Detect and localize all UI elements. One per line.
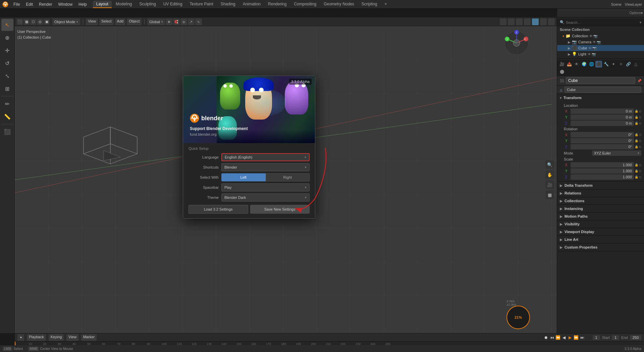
- render-icon[interactable]: ▦: [545, 190, 554, 199]
- camera-render-icon[interactable]: 📷: [597, 40, 601, 44]
- mode-icon4[interactable]: ◎: [37, 19, 43, 25]
- location-y-anim[interactable]: ◇: [639, 116, 641, 119]
- keying-menu[interactable]: Keying: [49, 334, 64, 341]
- location-x-anim[interactable]: ◇: [639, 109, 641, 113]
- outliner-camera[interactable]: ▶ 📷 Camera 👁 📷: [557, 39, 644, 45]
- collections-header[interactable]: ▶ Collections: [557, 197, 644, 205]
- prop-icon-output[interactable]: 📤: [566, 61, 573, 68]
- prop-icon-material[interactable]: ⬤: [558, 68, 565, 75]
- select-menu[interactable]: Select: [99, 18, 114, 25]
- outliner-collection[interactable]: ▾ 📁 Collection 👁 📷: [557, 33, 644, 39]
- play-forward[interactable]: ▶: [568, 335, 573, 340]
- menu-window[interactable]: Window: [55, 1, 75, 7]
- mode-icon5[interactable]: ▣: [44, 19, 50, 25]
- tool-select[interactable]: ↖: [1, 19, 13, 31]
- menu-file[interactable]: File: [11, 1, 22, 7]
- motion-paths-header[interactable]: ▶ Motion Paths: [557, 213, 644, 220]
- prop-icon-physics[interactable]: ⚛: [618, 61, 624, 68]
- scale-z-anim[interactable]: ◇: [639, 175, 641, 179]
- tab-geometry-nodes[interactable]: Geometry Nodes: [320, 1, 358, 8]
- collection-render[interactable]: 📷: [593, 34, 597, 38]
- tab-layout[interactable]: Layout: [93, 1, 112, 8]
- mode-icons[interactable]: ⬛: [17, 19, 23, 25]
- object-menu[interactable]: Object: [127, 18, 142, 25]
- step-back[interactable]: ⏪: [556, 335, 560, 340]
- menu-help[interactable]: Help: [76, 1, 90, 7]
- scale-y-lock[interactable]: 🔒: [635, 169, 638, 173]
- outliner-filter[interactable]: ▾: [640, 20, 641, 24]
- spacebar-select[interactable]: Play ▾: [221, 183, 310, 191]
- extra-tools[interactable]: ↗: [188, 18, 195, 25]
- add-menu[interactable]: Add: [115, 18, 126, 25]
- timeline-mode[interactable]: ▾: [17, 334, 24, 341]
- scale-z-value[interactable]: 1.000: [571, 174, 634, 180]
- load-settings-btn[interactable]: Load 3.2 Settings: [189, 205, 248, 214]
- gizmo-toggle[interactable]: [508, 18, 515, 25]
- tab-modeling[interactable]: Modeling: [112, 1, 136, 8]
- object-mode-dropdown[interactable]: Object Mode ▾: [52, 18, 80, 25]
- custom-properties-header[interactable]: ▶ Custom Properties: [557, 244, 644, 251]
- rotation-z-anim[interactable]: ◇: [639, 145, 641, 148]
- viewport-gizmo[interactable]: X Y Z: [503, 30, 530, 56]
- save-settings-btn[interactable]: Save New Settings: [250, 205, 310, 214]
- instancing-header[interactable]: ▶ Instancing: [557, 205, 644, 212]
- collection-eye[interactable]: 👁: [589, 34, 593, 38]
- outliner-light[interactable]: ▶ 💡 Light 👁 📷: [557, 51, 644, 57]
- light-render-icon[interactable]: 📷: [592, 52, 596, 56]
- object-name-input[interactable]: [566, 77, 635, 84]
- viewport-shading-wire[interactable]: [516, 18, 523, 25]
- location-x-value[interactable]: 0 m: [571, 108, 634, 114]
- start-frame[interactable]: 1: [612, 335, 619, 340]
- object-pin-icon[interactable]: 📌: [637, 79, 641, 83]
- mode-icon2[interactable]: ▦: [23, 19, 30, 25]
- prop-icon-data[interactable]: △: [632, 61, 639, 68]
- step-forward[interactable]: ⏩: [574, 335, 579, 340]
- outliner-cube[interactable]: ▶ ⬛ Cube 👁 📷: [557, 45, 644, 51]
- rotation-z-lock[interactable]: 🔒: [635, 145, 638, 148]
- jump-start[interactable]: ⏮: [550, 335, 554, 340]
- transform-pivot[interactable]: ⊕: [166, 18, 172, 25]
- select-left-btn[interactable]: Left: [221, 173, 266, 181]
- modal-dialog[interactable]: 3.3.0 Alpha blender Support Blender Deve…: [183, 76, 315, 219]
- play-reverse[interactable]: ◀: [562, 335, 567, 340]
- proportional-edit[interactable]: ◎: [180, 18, 187, 25]
- camera-icon[interactable]: 🎥: [545, 180, 554, 189]
- camera-eye[interactable]: 👁: [593, 40, 596, 44]
- prop-icon-scene[interactable]: 🌍: [581, 61, 587, 68]
- current-frame[interactable]: 1: [593, 335, 600, 340]
- view-menu[interactable]: View: [86, 18, 98, 25]
- rotation-y-value[interactable]: 0°: [571, 138, 634, 143]
- viewport-shading-solid[interactable]: [524, 18, 531, 25]
- prop-icon-object[interactable]: ⬛: [595, 61, 602, 68]
- rotation-mode-dropdown[interactable]: XYZ Euler ▾: [592, 150, 641, 156]
- tab-sculpting[interactable]: Sculpting: [136, 1, 159, 8]
- prop-icon-view[interactable]: 👁: [573, 61, 580, 68]
- cube-render-icon[interactable]: 📷: [592, 46, 596, 50]
- end-frame[interactable]: 250: [630, 335, 641, 340]
- tool-annotate[interactable]: ✏: [1, 98, 13, 110]
- viewport-shading-material[interactable]: [532, 18, 539, 25]
- scale-x-anim[interactable]: ◇: [639, 163, 641, 167]
- rotation-y-lock[interactable]: 🔒: [635, 139, 638, 142]
- tab-texture-paint[interactable]: Texture Paint: [186, 1, 217, 8]
- rotation-y-anim[interactable]: ◇: [639, 139, 641, 142]
- scale-x-value[interactable]: 1.000: [571, 162, 634, 168]
- menu-edit[interactable]: Edit: [23, 1, 36, 7]
- light-eye[interactable]: 👁: [588, 52, 591, 56]
- overlay-toggle[interactable]: [500, 18, 506, 25]
- viewport-shading-rendered[interactable]: [540, 18, 547, 25]
- scale-z-lock[interactable]: 🔒: [635, 175, 638, 179]
- tool-add[interactable]: ⬛: [1, 126, 13, 138]
- visibility-header[interactable]: ▶ Visibility: [557, 220, 644, 228]
- location-x-lock[interactable]: 🔒: [635, 109, 638, 113]
- tab-add[interactable]: +: [381, 1, 390, 8]
- location-z-value[interactable]: 0 m: [571, 121, 634, 126]
- pan-icon[interactable]: ✋: [545, 170, 554, 179]
- prop-icon-world[interactable]: 🌐: [588, 61, 595, 68]
- rotation-x-value[interactable]: 0°: [571, 132, 634, 137]
- relations-header[interactable]: ▶ Relations: [557, 189, 644, 197]
- tool-rotate[interactable]: ↺: [1, 57, 13, 69]
- extra-tools2[interactable]: ∿: [195, 18, 202, 25]
- tool-move[interactable]: ✛: [1, 44, 13, 56]
- tab-scripting[interactable]: Scripting: [358, 1, 381, 8]
